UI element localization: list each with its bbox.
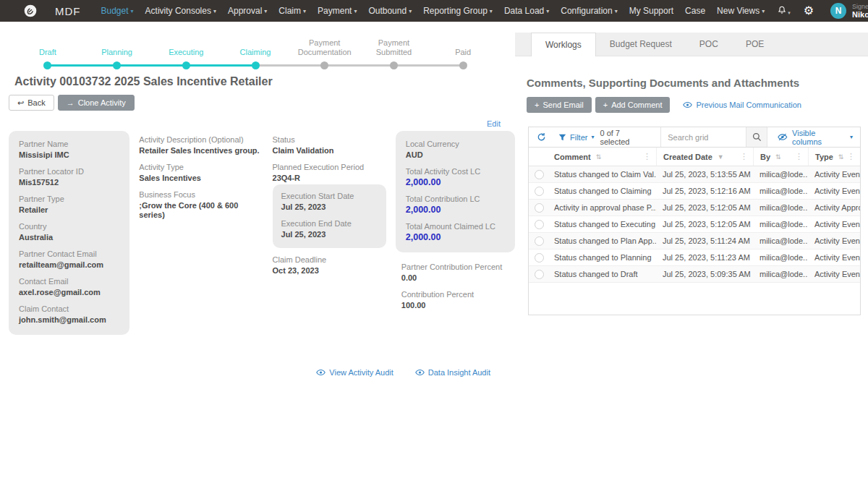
nav-item-approval[interactable]: Approval▾ — [222, 0, 273, 22]
field-value: 23Q4-R — [273, 174, 386, 183]
chevron-down-icon: ▾ — [546, 8, 549, 14]
refresh-button[interactable] — [529, 132, 553, 142]
chevron-down-icon: ▾ — [788, 10, 791, 16]
tab-poc[interactable]: POC — [686, 33, 732, 56]
chevron-down-icon: ▾ — [591, 134, 594, 140]
send-email-button[interactable]: + Send Email — [527, 97, 592, 113]
grid-header: Comment⇅⋮Created Date▼⋮By⇅⋮Type⇅⋮ — [529, 148, 860, 166]
nav-item-label: Configuration — [561, 6, 612, 16]
settings-button[interactable]: ⚙ — [797, 5, 820, 17]
clone-activity-label: Clone Activity — [78, 98, 126, 107]
column-menu-icon[interactable]: ⋮ — [795, 152, 808, 161]
cell-comment: Activity in approval phase P... — [548, 203, 656, 212]
tab-budget-request[interactable]: Budget Request — [596, 33, 686, 56]
table-row[interactable]: Status changed to Plan App...Jul 25, 202… — [529, 233, 860, 250]
sort-icon[interactable]: ⇅ — [775, 153, 781, 161]
row-select-cell — [529, 203, 548, 213]
column-menu-icon[interactable]: ⋮ — [643, 152, 656, 161]
tab-poe[interactable]: POE — [732, 33, 778, 56]
data-insight-audit-link[interactable]: Data Insight Audit — [415, 368, 490, 377]
table-row[interactable]: Status changed to ExecutingJul 25, 2023,… — [529, 216, 860, 233]
table-row[interactable]: Status changed to PlanningJul 25, 2023, … — [529, 250, 860, 266]
edit-link[interactable]: Edit — [487, 119, 501, 128]
filter-button[interactable]: Filter ▾ — [553, 133, 600, 142]
tab-worklogs[interactable]: Worklogs — [531, 33, 596, 56]
nav-item-activity-consoles[interactable]: Activity Consoles▾ — [140, 0, 222, 22]
audit-link-label: View Activity Audit — [329, 368, 393, 377]
row-radio[interactable] — [535, 203, 544, 213]
table-row[interactable]: Status changed to ClaimingJul 25, 2023, … — [529, 183, 860, 200]
nav-item-budget[interactable]: Budget▾ — [95, 0, 140, 22]
action-row: ↩ Back → Clone Activity — [9, 95, 515, 111]
column-menu-icon[interactable]: ⋮ — [740, 152, 753, 161]
execution-dates-box: Execution Start DateJul 25, 2023Executio… — [273, 184, 386, 248]
row-radio[interactable] — [535, 187, 544, 196]
column-menu-icon[interactable]: ⋮ — [847, 152, 860, 161]
previous-mail-communication-link[interactable]: Previous Mail Communication — [683, 101, 801, 109]
field-value: Missisipi IMC — [19, 150, 119, 160]
row-radio[interactable] — [535, 253, 544, 263]
user-menu[interactable]: N Signed in as Nikolay Fedoseyenko — [820, 3, 868, 20]
field-label: Total Contribution LC — [406, 195, 505, 204]
sort-icon[interactable]: ▼ — [718, 153, 724, 161]
nav-item-label: Budget — [101, 6, 129, 16]
step-label: Claiming — [221, 38, 290, 57]
activity-form: Partner NameMissisipi IMCPartner Locator… — [9, 131, 515, 335]
currency-column: Local CurrencyAUDTotal Activity Cost LC2… — [396, 131, 515, 312]
column-header-type[interactable]: Type⇅⋮ — [808, 148, 860, 166]
bell-icon — [777, 5, 787, 16]
status-fields: StatusClaim ValidationPlanned Execution … — [273, 135, 386, 183]
row-radio[interactable] — [535, 270, 544, 279]
panel-body: Comments, Supporting Documents and Attac… — [515, 77, 868, 315]
edit-row: Edit — [0, 116, 501, 127]
field-value: Sales Incentives — [139, 174, 263, 183]
nav-item-claim[interactable]: Claim▾ — [273, 0, 312, 22]
row-radio[interactable] — [535, 220, 544, 229]
column-header-by[interactable]: By⇅⋮ — [753, 148, 808, 166]
chevron-down-icon: ▾ — [409, 8, 412, 14]
search-button[interactable] — [746, 127, 767, 147]
step-label: Draft — [13, 38, 82, 57]
page-title: Activity 00103732 2025 Sales Incentive R… — [14, 75, 515, 88]
field-label: Partner Locator ID — [19, 167, 119, 176]
nav-item-outbound[interactable]: Outbound▾ — [362, 0, 417, 22]
table-row[interactable]: Status changed to DraftJul 25, 2023, 5:0… — [529, 266, 860, 283]
column-header-label: Type — [815, 153, 833, 161]
row-radio[interactable] — [535, 236, 544, 246]
nav-item-my-support[interactable]: My Support — [624, 0, 679, 22]
nav-item-case[interactable]: Case — [679, 0, 711, 22]
column-header-comment[interactable]: Comment⇅⋮ — [548, 148, 656, 166]
avatar: N — [830, 3, 846, 19]
add-comment-button[interactable]: + Add Comment — [595, 97, 671, 113]
sort-icon[interactable]: ⇅ — [596, 153, 602, 161]
field-value: retailteam@gmail.com — [19, 260, 119, 270]
search-input[interactable] — [660, 127, 746, 147]
field-label: Partner Name — [19, 140, 119, 149]
nav-item-configuration[interactable]: Configuration▾ — [555, 0, 623, 22]
field-label: Execution End Date — [281, 219, 378, 229]
cell-by: milica@lode... — [753, 187, 808, 195]
form-field-claim-contact: Claim Contactjohn.smith@gmail.com — [19, 304, 119, 325]
nav-item-new-views[interactable]: New Views▾ — [711, 0, 770, 22]
sort-icon[interactable]: ⇅ — [838, 153, 844, 161]
row-radio[interactable] — [535, 170, 544, 179]
field-label: Business Focus — [139, 190, 263, 200]
table-row[interactable]: Status changed to Claim Val...Jul 25, 20… — [529, 166, 860, 183]
notifications-button[interactable]: ▾ — [770, 5, 797, 16]
nav-item-reporting-group[interactable]: Reporting Group▾ — [417, 0, 498, 22]
nav-item-data-load[interactable]: Data Load▾ — [498, 0, 555, 22]
topbar-right: ▾ ⚙ N Signed in as Nikolay Fedoseyenko — [770, 3, 868, 20]
view-activity-audit-link[interactable]: View Activity Audit — [316, 368, 393, 377]
visible-columns-button[interactable]: Visible columns ▾ — [767, 129, 860, 146]
grid-rows: Status changed to Claim Val...Jul 25, 20… — [529, 166, 860, 283]
step-label: Executing — [151, 38, 221, 57]
worklogs-panel: WorklogsBudget RequestPOCPOE Comments, S… — [515, 22, 868, 499]
percent-fields: Partner Contribution Percent0.00Contribu… — [396, 263, 515, 310]
back-button[interactable]: ↩ Back — [9, 95, 54, 111]
nav-item-payment[interactable]: Payment▾ — [312, 0, 362, 22]
app-logo[interactable] — [0, 4, 38, 18]
clone-activity-button[interactable]: → Clone Activity — [58, 95, 135, 111]
form-field-activity-type: Activity TypeSales Incentives — [139, 163, 263, 183]
table-row[interactable]: Activity in approval phase P...Jul 25, 2… — [529, 200, 860, 216]
column-header-created-date[interactable]: Created Date▼⋮ — [656, 148, 753, 166]
